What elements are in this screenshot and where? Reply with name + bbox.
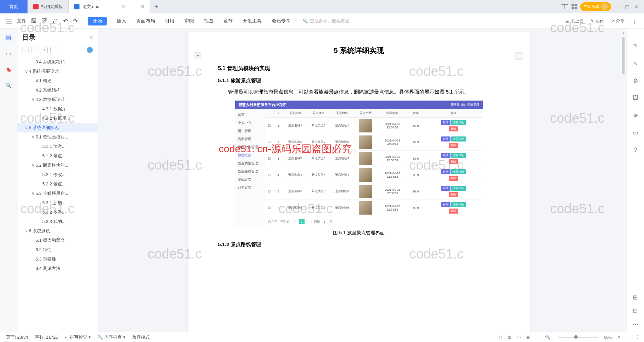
content-check-button[interactable]: 🔍内容检查 ▾	[98, 334, 125, 340]
ribbon-tab-vip[interactable]: 会员专享	[272, 18, 290, 24]
outline-rail-icon[interactable]: ▤	[5, 34, 12, 41]
print-icon[interactable]: 🖨	[52, 17, 58, 24]
figure-caption: 图 5.1 旅游景点管理界面	[218, 230, 500, 236]
display-mode-icon[interactable]: ⧉	[122, 4, 125, 9]
pen-icon[interactable]: ✎	[633, 42, 638, 50]
view-icon-5[interactable]: ⬚	[536, 335, 540, 340]
close-window-button[interactable]: ✕	[633, 4, 639, 10]
cloud-status[interactable]: ☁未上云	[565, 18, 584, 24]
view-icon-2[interactable]: ▦	[507, 335, 512, 340]
outline-item[interactable]: ∨6 系统测试	[17, 226, 98, 236]
zoom-level[interactable]: 80%	[604, 335, 612, 340]
expand-all-button[interactable]: ⌃	[32, 47, 38, 53]
outline-item[interactable]: 5.2.1 修改...	[17, 170, 98, 179]
read-icon[interactable]: ▭	[633, 129, 638, 136]
avatar-icon	[601, 3, 608, 10]
select-icon[interactable]: ↖	[633, 60, 638, 67]
tab-home-label: 首页	[9, 4, 18, 10]
ribbon-tab-review[interactable]: 审阅	[184, 18, 194, 24]
ribbon-tab-chapter[interactable]: 章节	[223, 18, 233, 24]
scrollbar-thumb[interactable]	[622, 37, 625, 74]
help-icon[interactable]: ?	[634, 147, 637, 154]
new-tab-button[interactable]: +	[150, 0, 163, 13]
add-level-button[interactable]: +	[41, 47, 48, 53]
outline-item[interactable]: 5.3.2 旅游...	[17, 208, 98, 217]
outline-item[interactable]: ∨5.1 管理员模块...	[17, 132, 98, 142]
cooperate-button[interactable]: ✎协作	[590, 18, 604, 24]
view-icon-3[interactable]: ▭	[517, 335, 521, 340]
ribbon-tab-insert[interactable]: 插入	[117, 18, 126, 24]
tool-b-icon[interactable]: ⊟	[633, 307, 639, 315]
login-button[interactable]: 立即登录	[580, 2, 611, 11]
tab-home[interactable]: 首页	[0, 0, 28, 13]
remove-level-button[interactable]: −	[50, 47, 57, 53]
layout-icon[interactable]	[561, 4, 568, 9]
file-menu[interactable]: 文件	[17, 18, 26, 24]
outline-item[interactable]: 6.3 重要性	[17, 254, 98, 264]
outline-item[interactable]: ∨5 系统详细实现	[17, 123, 98, 132]
tab-document[interactable]: 论文.doc ⧉ ×	[69, 0, 150, 13]
outline-close-icon[interactable]: ×	[90, 35, 93, 41]
fullscreen-icon[interactable]: ⛶	[634, 335, 638, 340]
document-canvas[interactable]: ▾ ≡ 5 系统详细实现 5.1 管理员模块的实现 5.1.1 旅游景点管理 管…	[98, 29, 620, 332]
spellcheck-button[interactable]: ✓拼写检查 ▾	[65, 334, 91, 340]
view-icon-4[interactable]: ▣	[526, 335, 530, 340]
outline-item[interactable]: 5.1.1 旅游...	[17, 142, 98, 151]
outline-item[interactable]: 6.1 概念和意义	[17, 236, 98, 245]
outline-item[interactable]: ∨4 系统概要设计	[17, 67, 98, 76]
ribbon-tab-start[interactable]: 开始	[88, 17, 107, 25]
tool-a-icon[interactable]: ⊞	[633, 294, 639, 301]
zoom-slider[interactable]	[558, 337, 598, 338]
zoom-in-button[interactable]: +	[626, 335, 628, 340]
page-collapse-button[interactable]: ≡	[515, 52, 523, 60]
bookmark-rail-icon[interactable]: 🔖	[5, 66, 12, 73]
ribbon-tab-layout[interactable]: 页面布局	[136, 18, 155, 24]
outline-item[interactable]: 6.4 测试方法	[17, 264, 98, 273]
outline-item[interactable]: ∨5.2 商家模块的...	[17, 161, 98, 170]
minimize-button[interactable]: —	[614, 4, 621, 10]
page-options-button[interactable]: ▾	[195, 52, 201, 59]
zoom-dropdown-icon[interactable]: ▾	[618, 335, 620, 340]
outline-item[interactable]: 6.2 特性	[17, 245, 98, 254]
print-preview-icon[interactable]: 🗟	[42, 17, 48, 24]
document-scrollbar[interactable]: ▴	[620, 29, 627, 332]
outline-item[interactable]: 5.2.2 景点...	[17, 179, 98, 189]
outline-item[interactable]: 4.2 系统结构	[17, 86, 98, 95]
page-indicator[interactable]: 页面: 23/34	[6, 334, 28, 340]
outline-item[interactable]: 4.3.2 数据库...	[17, 114, 98, 123]
outline-item[interactable]: 4.1 概述	[17, 76, 98, 86]
save-icon[interactable]: 🖫	[31, 17, 37, 24]
outline-item[interactable]: 3.4 系统流程和...	[17, 57, 98, 67]
undo-icon[interactable]: ↶	[63, 17, 68, 25]
sync-icon[interactable]	[87, 47, 93, 53]
word-count[interactable]: 字数: 11725	[35, 334, 58, 340]
outline-item[interactable]: ∨5.3 小程序用户...	[17, 189, 98, 198]
command-search[interactable]: 🔍 查找命令、搜索模板	[303, 18, 349, 24]
menu-icon[interactable]	[6, 19, 12, 23]
maximize-button[interactable]: ▢	[624, 4, 630, 10]
compat-mode[interactable]: 兼容模式	[132, 334, 150, 340]
outline-item[interactable]: 5.3.1 新增...	[17, 198, 98, 208]
apps-icon[interactable]	[572, 4, 577, 9]
image-icon[interactable]: 🖼	[633, 95, 639, 102]
ribbon-tab-view[interactable]: 视图	[204, 18, 213, 24]
redo-icon[interactable]: ↷	[73, 17, 78, 25]
outline-item[interactable]: ∨4.3.数据库设计	[17, 95, 98, 104]
settings-slider-icon[interactable]: ⚙	[633, 77, 638, 84]
collapse-all-button[interactable]: ⌄	[22, 47, 29, 53]
more-tools-icon[interactable]: ⋯	[633, 321, 639, 328]
tab-template[interactable]: 找稻壳模板	[28, 0, 69, 13]
search-rail-icon[interactable]: 🔍	[5, 82, 12, 89]
outline-item[interactable]: 4.3.1 数据库...	[17, 104, 98, 114]
outline-item[interactable]: 5.3.3 我的...	[17, 217, 98, 226]
ribbon-tab-ref[interactable]: 引用	[165, 18, 174, 24]
more-icon[interactable]: ⋮	[631, 17, 638, 25]
share-button[interactable]: ↗分享	[611, 18, 625, 24]
styles-icon[interactable]: ◈	[633, 112, 638, 119]
close-tab-icon[interactable]: ×	[141, 4, 144, 10]
view-icon-1[interactable]: ◎	[498, 335, 502, 340]
nav-rail-icon[interactable]: ▭	[5, 50, 12, 57]
ribbon-tab-dev[interactable]: 开发工具	[243, 18, 262, 24]
outline-item[interactable]: 5.1.2 景点...	[17, 151, 98, 161]
zoom-out-button[interactable]: 🔍−	[545, 335, 553, 340]
